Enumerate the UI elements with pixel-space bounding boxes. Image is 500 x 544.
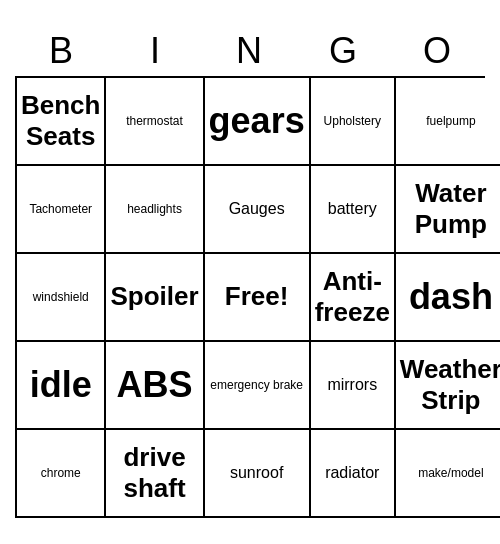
bingo-header: BINGO (15, 26, 485, 76)
cell-text-5: Tachometer (29, 202, 92, 216)
cell-text-13: Anti-freeze (315, 266, 390, 328)
cell-text-15: idle (30, 363, 92, 406)
cell-text-10: windshield (33, 290, 89, 304)
cell-text-11: Spoiler (110, 281, 198, 312)
cell-text-19: Weather Strip (400, 354, 500, 416)
bingo-cell-22: sunroof (205, 430, 311, 518)
bingo-cell-20: chrome (17, 430, 106, 518)
bingo-cell-4: fuelpump (396, 78, 500, 166)
bingo-cell-9: Water Pump (396, 166, 500, 254)
cell-text-8: battery (328, 199, 377, 218)
cell-text-16: ABS (117, 363, 193, 406)
bingo-cell-11: Spoiler (106, 254, 204, 342)
cell-text-17: emergency brake (210, 378, 303, 392)
header-letter-G: G (297, 26, 391, 76)
cell-text-6: headlights (127, 202, 182, 216)
bingo-cell-0: Bench Seats (17, 78, 106, 166)
bingo-cell-16: ABS (106, 342, 204, 430)
bingo-cell-15: idle (17, 342, 106, 430)
bingo-cell-21: drive shaft (106, 430, 204, 518)
cell-text-22: sunroof (230, 463, 283, 482)
bingo-cell-5: Tachometer (17, 166, 106, 254)
cell-text-0: Bench Seats (21, 90, 100, 152)
bingo-cell-18: mirrors (311, 342, 396, 430)
cell-text-9: Water Pump (400, 178, 500, 240)
bingo-cell-1: thermostat (106, 78, 204, 166)
cell-text-21: drive shaft (110, 442, 198, 504)
bingo-cell-17: emergency brake (205, 342, 311, 430)
bingo-cell-8: battery (311, 166, 396, 254)
cell-text-3: Upholstery (324, 114, 381, 128)
bingo-cell-3: Upholstery (311, 78, 396, 166)
bingo-cell-23: radiator (311, 430, 396, 518)
header-letter-B: B (15, 26, 109, 76)
bingo-cell-14: dash (396, 254, 500, 342)
cell-text-23: radiator (325, 463, 379, 482)
bingo-cell-2: gears (205, 78, 311, 166)
cell-text-20: chrome (41, 466, 81, 480)
bingo-cell-7: Gauges (205, 166, 311, 254)
header-letter-O: O (391, 26, 485, 76)
bingo-grid: Bench SeatsthermostatgearsUpholsteryfuel… (15, 76, 485, 518)
cell-text-1: thermostat (126, 114, 183, 128)
bingo-cell-12: Free! (205, 254, 311, 342)
bingo-cell-13: Anti-freeze (311, 254, 396, 342)
header-letter-I: I (109, 26, 203, 76)
cell-text-12: Free! (225, 281, 289, 312)
bingo-card: BINGO Bench SeatsthermostatgearsUpholste… (15, 26, 485, 518)
cell-text-24: make/model (418, 466, 483, 480)
cell-text-2: gears (209, 99, 305, 142)
bingo-cell-24: make/model (396, 430, 500, 518)
cell-text-14: dash (409, 275, 493, 318)
bingo-cell-10: windshield (17, 254, 106, 342)
header-letter-N: N (203, 26, 297, 76)
cell-text-18: mirrors (327, 375, 377, 394)
cell-text-4: fuelpump (426, 114, 475, 128)
bingo-cell-6: headlights (106, 166, 204, 254)
bingo-cell-19: Weather Strip (396, 342, 500, 430)
cell-text-7: Gauges (229, 199, 285, 218)
